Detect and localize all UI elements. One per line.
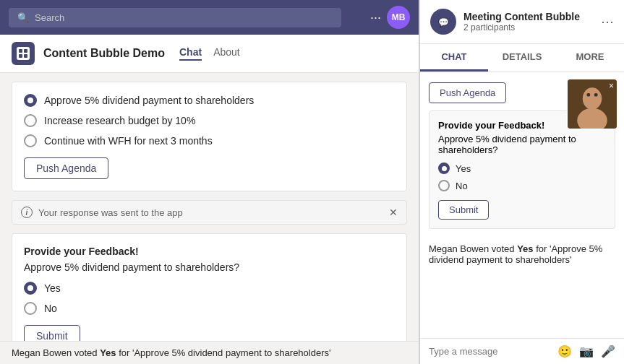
message-input[interactable] (429, 346, 552, 357)
right-header: 💬 Meeting Content Bubble 2 participants … (420, 0, 624, 44)
tab-details[interactable]: DETAILS (488, 44, 556, 72)
feedback-radio-outer-0 (24, 282, 37, 295)
agenda-card: Approve 5% dividend payment to sharehold… (12, 82, 407, 191)
feedback-radio-1[interactable]: No (24, 302, 395, 315)
right-tabs: CHAT DETAILS MORE (420, 44, 624, 72)
svg-text:💬: 💬 (438, 17, 449, 27)
radio-outer-0 (24, 94, 37, 107)
response-banner-1: i Your response was sent to the app ✕ (12, 200, 407, 225)
svg-rect-2 (19, 54, 22, 58)
right-push-agenda-button[interactable]: Push Agenda (429, 82, 506, 103)
tab-more[interactable]: MORE (556, 44, 624, 72)
meeting-icon: 💬 (430, 9, 456, 35)
radio-label-1: Increase research budget by 10% (44, 115, 195, 126)
svg-rect-9 (586, 93, 590, 97)
right-radio-outer-no (438, 180, 450, 191)
bottom-status: Megan Bowen voted Yes for 'Approve 5% di… (0, 341, 419, 364)
search-icon: 🔍 (17, 12, 29, 23)
response-text-1: Your response was sent to the app (38, 207, 183, 218)
feedback-card: Provide your Feedback! Approve 5% divide… (12, 233, 407, 341)
vote-prefix: Megan Bowen voted (429, 243, 517, 254)
right-radio-label-yes: Yes (456, 163, 471, 174)
vote-bold: Yes (517, 243, 533, 254)
tab-chat[interactable]: CHAT (420, 44, 488, 72)
bottom-icons: 🙂 📷 🎤 (557, 344, 615, 358)
right-panel: 💬 Meeting Content Bubble 2 participants … (419, 0, 624, 364)
info-icon-1: i (21, 207, 33, 218)
feedback-radio-0[interactable]: Yes (24, 282, 395, 295)
radio-outer-2 (24, 134, 37, 147)
right-radio-outer-yes (438, 162, 450, 174)
right-content: × Push Agenda Provide your Feedback! App… (420, 72, 624, 338)
svg-rect-0 (19, 49, 22, 53)
svg-rect-10 (594, 93, 598, 97)
app-title: Content Bubble Demo (43, 47, 165, 60)
feedback-radio-label-0: Yes (44, 282, 61, 294)
meeting-title: Meeting Content Bubble (463, 11, 594, 22)
radio-item-1[interactable]: Increase research budget by 10% (24, 114, 395, 127)
right-radio-inner-yes (442, 166, 447, 171)
right-bottom-bar: 🙂 📷 🎤 (420, 338, 624, 364)
response-text-wrap-1: i Your response was sent to the app (21, 207, 183, 218)
radio-label-0: Approve 5% dividend payment to sharehold… (44, 95, 254, 106)
feedback-question: Approve 5% dividend payment to sharehold… (24, 261, 395, 273)
search-box[interactable]: 🔍 Search (9, 8, 341, 27)
floating-video: × (566, 78, 618, 130)
nav-about[interactable]: About (213, 46, 240, 61)
right-radio-yes[interactable]: Yes (438, 162, 606, 174)
svg-rect-3 (24, 54, 27, 58)
more-options-icon[interactable]: ··· (370, 10, 381, 25)
right-feedback-options: Yes No (438, 162, 606, 191)
bottom-status-suffix: for 'Approve 5% dividend payment to shar… (116, 347, 331, 358)
response-close-1[interactable]: ✕ (389, 207, 398, 218)
radio-outer-1 (24, 114, 37, 127)
emoji-icon[interactable]: 🙂 (557, 344, 572, 358)
right-feedback-question: Approve 5% dividend payment to sharehold… (438, 134, 606, 155)
user-avatar[interactable]: MB (387, 6, 410, 29)
feedback-title: Provide your Feedback! (24, 246, 395, 257)
left-panel: 🔍 Search ··· MB Content Bubble Demo Cha (0, 0, 419, 364)
svg-rect-1 (24, 49, 27, 53)
top-bar: 🔍 Search ··· MB (0, 0, 419, 35)
app-header: Content Bubble Demo Chat About (0, 35, 419, 73)
app-icon (12, 42, 35, 65)
content-area: Approve 5% dividend payment to sharehold… (0, 73, 419, 341)
nav-chat[interactable]: Chat (179, 46, 202, 61)
radio-item-2[interactable]: Continue with WFH for next 3 months (24, 134, 395, 147)
mic-icon[interactable]: 🎤 (601, 344, 615, 358)
radio-inner-0 (27, 98, 33, 103)
top-bar-right: ··· MB (370, 6, 410, 29)
right-radio-no[interactable]: No (438, 180, 606, 191)
meeting-info: Meeting Content Bubble 2 participants (463, 11, 594, 32)
vote-message: Megan Bowen voted Yes for 'Approve 5% di… (429, 236, 615, 272)
feedback-radio-outer-1 (24, 302, 37, 315)
bottom-status-prefix: Megan Bowen voted (12, 347, 100, 358)
radio-item-0[interactable]: Approve 5% dividend payment to sharehold… (24, 94, 395, 107)
avatar-initials: MB (392, 12, 406, 22)
search-placeholder: Search (35, 12, 64, 23)
feedback-options: Yes No (24, 282, 395, 315)
right-submit-button[interactable]: Submit (438, 200, 489, 220)
push-agenda-button[interactable]: Push Agenda (24, 157, 108, 179)
svg-point-7 (583, 87, 602, 109)
feedback-radio-inner-0 (27, 285, 33, 291)
app-logo-svg (19, 49, 27, 58)
meeting-icon-svg: 💬 (436, 14, 450, 29)
meeting-subtitle: 2 participants (463, 22, 594, 32)
meeting-more-icon[interactable]: ⋯ (601, 14, 614, 30)
camera-icon[interactable]: 📷 (579, 344, 594, 358)
app-nav: Chat About (179, 46, 240, 61)
feedback-radio-label-1: No (44, 303, 57, 314)
agenda-options: Approve 5% dividend payment to sharehold… (24, 94, 395, 147)
radio-label-2: Continue with WFH for next 3 months (44, 135, 213, 147)
bottom-status-bold: Yes (100, 347, 116, 358)
right-radio-label-no: No (456, 181, 468, 191)
close-video-btn[interactable]: × (609, 81, 614, 91)
submit-button[interactable]: Submit (24, 325, 80, 341)
app-icon-inner (17, 47, 30, 60)
